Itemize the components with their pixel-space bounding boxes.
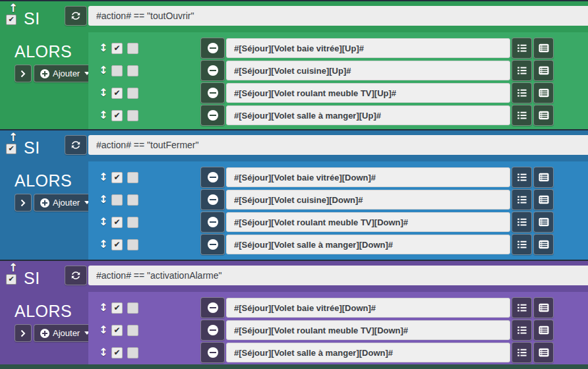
action-command-input[interactable]: [226, 320, 510, 340]
action-enabled-checkbox[interactable]: [111, 65, 123, 76]
equipment-select-button[interactable]: [533, 297, 554, 318]
row-drag-arrows-icon[interactable]: ↕: [99, 110, 107, 121]
equipment-select-button[interactable]: [533, 189, 554, 210]
equipment-select-button[interactable]: [533, 320, 554, 341]
action-command-input[interactable]: [226, 38, 510, 58]
row-drag-arrows-icon[interactable]: ↕: [99, 88, 107, 98]
command-list-button[interactable]: [512, 38, 532, 59]
equipment-select-button[interactable]: [533, 212, 554, 233]
action-enabled-checkbox[interactable]: ✔: [111, 302, 123, 314]
action-enabled-checkbox[interactable]: ✔: [111, 172, 123, 183]
collapse-button[interactable]: [15, 194, 32, 212]
command-list-button[interactable]: [512, 320, 532, 341]
action-command-input[interactable]: [226, 190, 510, 210]
command-list-button[interactable]: [512, 234, 532, 255]
action-secondary-checkbox[interactable]: [127, 43, 138, 54]
block-enable-checkbox[interactable]: ✔: [6, 14, 16, 25]
action-secondary-checkbox[interactable]: [127, 239, 138, 250]
action-secondary-checkbox[interactable]: [127, 325, 138, 336]
action-input-group: [200, 234, 554, 255]
refresh-condition-button[interactable]: [65, 266, 87, 285]
equipment-select-button[interactable]: [533, 82, 554, 103]
action-command-input[interactable]: [226, 83, 510, 103]
action-secondary-checkbox[interactable]: [127, 172, 138, 183]
action-secondary-checkbox[interactable]: [127, 110, 138, 121]
remove-action-button[interactable]: [200, 342, 225, 363]
remove-action-button[interactable]: [200, 297, 225, 318]
condition-input[interactable]: [88, 135, 588, 155]
condition-input[interactable]: [88, 266, 588, 285]
action-command-input[interactable]: [226, 61, 510, 80]
block-enable-checkbox[interactable]: ✔: [6, 144, 16, 154]
equipment-select-button[interactable]: [533, 234, 554, 255]
action-enabled-checkbox[interactable]: ✔: [111, 88, 123, 99]
action-secondary-checkbox[interactable]: [127, 194, 138, 206]
action-row: ↕ ✔: [88, 105, 588, 126]
command-list-button[interactable]: [512, 167, 532, 188]
remove-action-button[interactable]: [200, 105, 225, 126]
refresh-condition-button[interactable]: [65, 6, 87, 26]
add-action-button[interactable]: Ajouter: [34, 194, 96, 212]
remove-action-button[interactable]: [200, 167, 225, 188]
action-enabled-checkbox[interactable]: [111, 194, 123, 206]
action-enabled-checkbox[interactable]: ✔: [111, 110, 123, 121]
equipment-select-button[interactable]: [533, 342, 554, 363]
row-drag-arrows-icon[interactable]: ↕: [99, 239, 107, 250]
list-alt-icon: [539, 111, 549, 120]
add-action-button[interactable]: Ajouter: [34, 324, 96, 342]
row-drag-arrows-icon[interactable]: ↕: [99, 325, 107, 335]
refresh-condition-button[interactable]: [65, 135, 87, 155]
action-enabled-checkbox[interactable]: ✔: [111, 325, 123, 336]
block-drag-handle[interactable]: ↑ ✔: [4, 3, 20, 28]
remove-action-button[interactable]: [200, 60, 225, 81]
block-enable-checkbox[interactable]: ✔: [6, 274, 16, 285]
action-secondary-checkbox[interactable]: [127, 347, 138, 358]
action-secondary-checkbox[interactable]: [127, 302, 138, 314]
action-secondary-checkbox[interactable]: [127, 217, 138, 228]
collapse-button[interactable]: [15, 65, 32, 82]
equipment-select-button[interactable]: [533, 60, 554, 81]
command-list-button[interactable]: [512, 60, 532, 81]
remove-action-button[interactable]: [200, 38, 225, 59]
action-secondary-checkbox[interactable]: [127, 88, 138, 99]
equipment-select-button[interactable]: [533, 38, 554, 59]
block-drag-handle[interactable]: ↑ ✔: [4, 263, 20, 288]
action-command-input[interactable]: [226, 343, 510, 362]
command-list-button[interactable]: [512, 82, 532, 103]
row-drag-arrows-icon[interactable]: ↕: [99, 347, 107, 358]
remove-action-button[interactable]: [200, 82, 225, 103]
row-drag-arrows-icon[interactable]: ↕: [99, 194, 107, 205]
remove-action-button[interactable]: [200, 320, 225, 341]
equipment-select-button[interactable]: [533, 167, 554, 188]
command-list-button[interactable]: [512, 212, 532, 233]
action-enabled-checkbox[interactable]: ✔: [111, 43, 123, 54]
remove-action-button[interactable]: [200, 234, 225, 255]
command-list-button[interactable]: [512, 189, 532, 210]
remove-action-button[interactable]: [200, 189, 225, 210]
action-command-input[interactable]: [226, 235, 510, 254]
equipment-select-button[interactable]: [533, 105, 554, 126]
action-secondary-checkbox[interactable]: [127, 65, 138, 76]
action-command-input[interactable]: [226, 298, 510, 318]
condition-input[interactable]: [88, 6, 588, 26]
row-drag-arrows-icon[interactable]: ↕: [99, 172, 107, 183]
action-command-input[interactable]: [226, 167, 510, 187]
row-drag-arrows-icon[interactable]: ↕: [99, 217, 107, 227]
collapse-button[interactable]: [15, 324, 32, 342]
list-ul-icon: [517, 173, 527, 182]
action-enabled-checkbox[interactable]: ✔: [111, 347, 123, 358]
command-list-button[interactable]: [512, 342, 532, 363]
add-action-button[interactable]: Ajouter: [34, 65, 96, 82]
action-command-input[interactable]: [226, 212, 510, 232]
block-drag-handle[interactable]: ↑ ✔: [4, 132, 20, 157]
command-list-button[interactable]: [512, 297, 532, 318]
remove-action-button[interactable]: [200, 212, 225, 233]
command-list-button[interactable]: [512, 105, 532, 126]
action-enabled-checkbox[interactable]: ✔: [111, 217, 123, 228]
action-enabled-checkbox[interactable]: ✔: [111, 239, 123, 250]
row-drag-arrows-icon[interactable]: ↕: [99, 43, 107, 53]
list-alt-icon: [539, 303, 549, 312]
row-drag-arrows-icon[interactable]: ↕: [99, 65, 107, 76]
action-command-input[interactable]: [226, 105, 510, 125]
row-drag-arrows-icon[interactable]: ↕: [99, 302, 107, 313]
